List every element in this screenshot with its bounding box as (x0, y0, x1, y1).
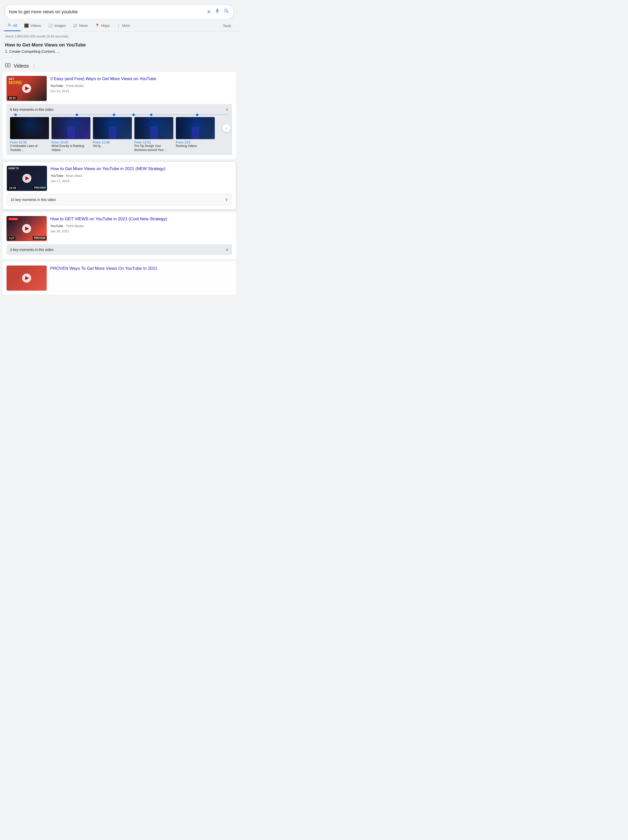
svg-marker-1 (7, 64, 9, 66)
km-from-3: From 11:46 (93, 141, 132, 144)
snippet-title: How to Get More Views on YouTube (5, 42, 234, 48)
video-1-meta: YouTube · Think Media Jun 14, 2019 (50, 84, 232, 94)
video-2-date: Jan 17, 2019 (50, 179, 69, 183)
videos-section-icon (5, 63, 11, 69)
video-2-separator: · (64, 174, 66, 178)
key-moments-3-label: 3 key moments in this video (10, 248, 54, 252)
km-label-1: 3 Irrefutable Laws of Youtube… (10, 144, 49, 152)
video-3-date: Jan 29, 2021 (50, 229, 69, 233)
news-tab-icon: 📰 (73, 24, 77, 28)
video-1-separator: · (64, 84, 66, 88)
video-4-thumbnail[interactable] (6, 265, 47, 291)
video-2-info: How to Get More Views on YouTube in 2021… (50, 166, 232, 184)
tools-button[interactable]: Tools (219, 21, 235, 30)
video-1-info: 3 Easy (and Free) Ways to Get More Views… (50, 76, 232, 94)
progress-dot-6 (196, 114, 199, 116)
tab-all[interactable]: All (4, 21, 21, 31)
snippet-item-1: 1. Create Compelling Content. ... (5, 49, 234, 54)
km-item-3[interactable]: From 11:46 Vid Iq (93, 117, 132, 152)
video-2-source: YouTube (50, 174, 63, 178)
video-1-title[interactable]: 3 Easy (and Free) Ways to Get More Views… (50, 76, 232, 82)
km-item-5[interactable]: From 13:5 Ranking Videos (176, 117, 215, 152)
video-2-title[interactable]: How to Get More Views on YouTube in 2021… (50, 166, 232, 172)
videos-section-more-icon[interactable]: ⋮ (32, 63, 36, 69)
videos-section: Videos ⋮ GET MORE 20:21 3 Easy (and Free… (0, 57, 239, 295)
km-item-4[interactable]: From 12:51 Pro Tip Design Your Business … (134, 117, 174, 152)
key-moments-3-chevron-down[interactable]: ∨ (226, 247, 229, 252)
key-moments-2-header[interactable]: 10 key moments in this video ∨ (11, 197, 228, 202)
video-1-thumbnail[interactable]: GET MORE 20:21 (6, 76, 47, 101)
km-from-5: From 13:5 (176, 141, 215, 144)
km-from-2: From 10:00 (52, 141, 90, 144)
nav-tabs: All ⬛ Videos ⬜ Images 📰 News 📍 Maps ⋮ Mo… (0, 19, 239, 32)
tab-all-label: All (13, 24, 17, 28)
video-card-1-inner: GET MORE 20:21 3 Easy (and Free) Ways to… (6, 76, 232, 101)
clear-icon[interactable]: ✕ (207, 9, 211, 15)
video-1-play-button[interactable] (22, 84, 31, 93)
video-1-duration: 20:21 (8, 96, 17, 100)
progress-dot-5 (150, 114, 153, 116)
km-thumb-2 (52, 117, 90, 139)
tab-images[interactable]: ⬜ Images (44, 21, 69, 31)
key-moments-3-header[interactable]: 3 key moments in this video ∨ (10, 247, 229, 252)
key-moments-1-chevron-up[interactable]: ∧ (226, 107, 229, 112)
how-to-text: HOW TO (8, 167, 19, 170)
key-moments-2: 10 key moments in this video ∨ (7, 194, 232, 205)
video-2-thumbnail[interactable]: HOW TO 13:43 PREVIEW (7, 166, 47, 191)
key-moments-1: 6 key moments in this video ∧ (6, 104, 232, 155)
key-moments-2-chevron-down[interactable]: ∨ (225, 197, 228, 202)
search-icons: ✕ (207, 8, 230, 16)
video-card-4: PROVEN Ways To Get More Views On YouTube… (3, 262, 236, 295)
tab-images-label: Images (54, 24, 66, 28)
mic-icon[interactable] (215, 8, 220, 15)
key-moments-3: 3 key moments in this video ∨ (6, 244, 232, 255)
km-next-arrow[interactable]: › (222, 124, 230, 132)
all-icon (8, 23, 11, 28)
km-label-4: Pro Tip Design Your Business around Your… (134, 144, 174, 152)
search-input[interactable]: how to get more views on youtube (9, 9, 204, 14)
progress-dot-1 (14, 114, 17, 116)
video-2-duration: 13:43 (8, 186, 17, 189)
videos-tab-icon: ⬛ (24, 24, 29, 28)
video-3-play-button[interactable] (22, 224, 31, 233)
tab-news[interactable]: 📰 News (69, 21, 92, 31)
tab-videos[interactable]: ⬛ Videos (21, 21, 45, 31)
tab-maps[interactable]: 📍 Maps (92, 21, 113, 31)
images-tab-icon: ⬜ (48, 24, 53, 28)
km-label-5: Ranking Videos (176, 144, 215, 148)
km-label-2: What Exactly Is Ranking Videos (52, 144, 90, 152)
video-4-title[interactable]: PROVEN Ways To Get More Views On YouTube… (50, 265, 232, 272)
video-2-play-button[interactable] (22, 174, 32, 183)
video-3-source: YouTube (50, 224, 63, 228)
videos-header: Videos ⋮ (0, 60, 239, 72)
tab-more[interactable]: ⋮ More (113, 21, 134, 31)
video-card-4-inner: PROVEN Ways To Get More Views On YouTube… (6, 265, 232, 291)
video-2-meta: YouTube · Brian Dean Jan 17, 2019 (50, 173, 232, 184)
video-1-date: Jun 14, 2019 (50, 89, 69, 93)
km-item-2[interactable]: From 10:00 What Exactly Is Ranking Video… (52, 117, 90, 152)
km-label-3: Vid Iq (93, 144, 132, 148)
key-moments-grid-1: From 01:56 3 Irrefutable Laws of Youtube… (10, 117, 229, 152)
km-item-1[interactable]: From 01:56 3 Irrefutable Laws of Youtube… (10, 117, 49, 152)
km-from-1: From 01:56 (10, 141, 49, 144)
search-bar: how to get more views on youtube ✕ (5, 5, 234, 19)
key-moments-grid-wrap: From 01:56 3 Irrefutable Laws of Youtube… (10, 117, 229, 152)
search-icon[interactable] (224, 8, 230, 16)
video-3-thumbnail[interactable]: YouTube 3:27 PREVIEW (6, 216, 47, 241)
tab-news-label: News (79, 24, 88, 28)
video-card-3-inner: YouTube 3:27 PREVIEW How to GET VIEWS on… (6, 216, 232, 241)
km-thumb-5 (176, 117, 215, 139)
more-text: MORE (8, 81, 22, 85)
video-4-play-button[interactable] (22, 273, 31, 283)
maps-tab-icon: 📍 (95, 24, 100, 28)
video-1-channel: Think Media (66, 84, 84, 88)
more-tab-icon: ⋮ (117, 24, 121, 28)
video-3-preview-badge: PREVIEW (33, 236, 47, 240)
video-card-3: YouTube 3:27 PREVIEW How to GET VIEWS on… (3, 212, 236, 259)
video-2-preview-badge: PREVIEW (33, 186, 47, 189)
tab-more-label: More (122, 24, 130, 28)
video-3-title[interactable]: How to GET VIEWS on YouTube in 2021 (Coo… (50, 216, 232, 222)
key-moments-1-header[interactable]: 6 key moments in this video ∧ (10, 107, 229, 112)
video-3-separator: · (64, 224, 66, 228)
km-thumb-3 (93, 117, 132, 139)
